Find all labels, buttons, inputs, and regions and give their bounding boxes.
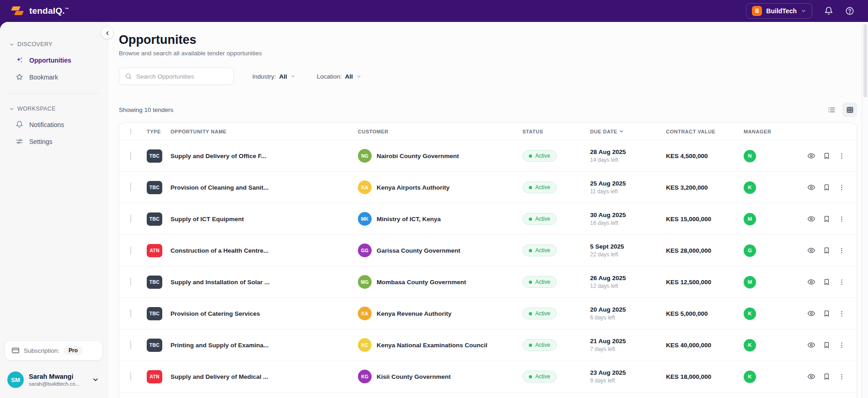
filter-location[interactable]: Location:All [317, 73, 362, 80]
days-left: 11 days left [590, 188, 666, 195]
sidebar-section-discovery[interactable]: DISCOVERY [6, 37, 101, 51]
sidebar-item-notifications[interactable]: Notifications [6, 117, 101, 133]
kebab-menu-icon[interactable] [838, 215, 846, 223]
status-badge: Active [522, 276, 557, 288]
view-eye-icon[interactable] [807, 372, 815, 381]
list-view-icon[interactable] [824, 102, 839, 117]
table-row[interactable]: ATN Construction of a Health Centre... G… [119, 235, 857, 266]
sidebar-item-label: Opportunities [29, 57, 71, 64]
bookmark-icon[interactable] [823, 341, 831, 349]
page-scrollbar[interactable] [862, 22, 868, 398]
due-date: 23 Aug 2025 [590, 369, 666, 376]
table-row[interactable]: TBC Supply and Installation of Solar ...… [119, 266, 857, 298]
days-left: 14 days left [590, 157, 666, 163]
type-badge: TBC [147, 339, 162, 352]
kebab-menu-icon[interactable] [838, 152, 846, 160]
filter-industry[interactable]: Industry:All [252, 73, 296, 80]
user-email: sarah@buildtech.co... [29, 381, 80, 387]
search-box [119, 68, 234, 85]
table-row[interactable]: TBC Supply of ICT Equipment MK Ministry … [119, 203, 857, 235]
status-dot-icon [529, 312, 532, 315]
user-name: Sarah Mwangi [29, 373, 80, 380]
chevron-down-icon [356, 74, 362, 79]
kebab-menu-icon[interactable] [838, 247, 846, 255]
due-date: 5 Sept 2025 [590, 243, 666, 250]
sidebar-collapse-button[interactable] [101, 27, 114, 39]
bookmark-icon[interactable] [823, 310, 831, 318]
kebab-menu-icon[interactable] [838, 184, 846, 191]
grid-view-icon[interactable] [842, 102, 857, 117]
subscription-card[interactable]: Subscription: Pro [5, 340, 103, 361]
org-switcher-button[interactable]: B BuildTech [746, 3, 812, 19]
bookmark-icon[interactable] [823, 215, 831, 223]
manager-avatar: N [744, 150, 756, 162]
column-header-customer: CUSTOMER [358, 129, 389, 134]
sidebar-item-label: Notifications [29, 121, 64, 128]
chevron-down-icon [290, 74, 296, 79]
table-row[interactable]: TBC Supply and Delivery of Office F... N… [119, 140, 857, 172]
status-dot-icon [529, 344, 532, 347]
manager-avatar: G [744, 244, 756, 257]
type-badge: ATN [147, 244, 162, 257]
manager-avatar: M [744, 213, 756, 225]
sidebar-item-opportunities[interactable]: Opportunities [6, 52, 101, 68]
bookmark-icon[interactable] [823, 152, 831, 160]
status-dot-icon [529, 375, 532, 378]
opportunity-name: Supply and Delivery of Medical ... [170, 373, 268, 380]
row-checkbox[interactable] [130, 151, 131, 160]
search-input[interactable] [136, 73, 228, 80]
help-icon[interactable] [845, 6, 854, 16]
contract-value: KES 3,200,000 [666, 184, 708, 191]
sidebar-item-label: Bookmark [29, 74, 58, 81]
bookmark-icon[interactable] [823, 184, 831, 191]
status-badge: Active [522, 181, 557, 193]
kebab-menu-icon[interactable] [838, 310, 846, 318]
view-eye-icon[interactable] [807, 309, 815, 318]
days-left: 9 days left [590, 377, 666, 384]
row-checkbox[interactable] [130, 372, 131, 381]
table-row[interactable]: ATN Supply and Delivery of Medical ... K… [119, 361, 857, 393]
logo-text: tendaIQ.™ [29, 6, 69, 16]
due-date: 30 Aug 2025 [590, 212, 666, 218]
status-badge: Active [522, 244, 557, 256]
type-badge: TBC [147, 181, 162, 194]
view-eye-icon[interactable] [807, 183, 815, 191]
kebab-menu-icon[interactable] [838, 341, 846, 349]
row-checkbox[interactable] [130, 277, 131, 286]
sidebar-section-workspace[interactable]: WORKSPACE [6, 102, 101, 116]
view-eye-icon[interactable] [807, 246, 815, 255]
plan-badge: Pro [64, 346, 83, 355]
select-all-checkbox[interactable] [130, 128, 131, 135]
contract-value: KES 5,000,000 [666, 310, 708, 317]
sidebar-item-bookmark[interactable]: Bookmark [6, 69, 101, 85]
contract-value: KES 4,500,000 [666, 153, 708, 159]
status-badge: Active [522, 308, 557, 319]
due-date: 28 Aug 2025 [590, 149, 666, 155]
row-checkbox[interactable] [130, 214, 131, 223]
view-eye-icon[interactable] [807, 215, 815, 223]
view-eye-icon[interactable] [807, 278, 815, 286]
kebab-menu-icon[interactable] [838, 373, 846, 381]
column-header-due-date[interactable]: DUE DATE [590, 129, 624, 134]
chevron-down-icon [9, 42, 14, 47]
row-checkbox[interactable] [130, 340, 131, 349]
row-checkbox[interactable] [130, 246, 131, 255]
table-row[interactable]: TBC Printing and Supply of Examina... KC… [119, 329, 857, 361]
view-eye-icon[interactable] [807, 341, 815, 349]
bookmark-icon[interactable] [823, 373, 831, 381]
page-title: Opportunites [119, 33, 857, 47]
row-checkbox[interactable] [130, 183, 131, 191]
sidebar-item-settings[interactable]: Settings [6, 133, 101, 149]
scrollbar-thumb[interactable] [863, 24, 867, 97]
customer-avatar: MK [358, 212, 372, 226]
notifications-bell-icon[interactable] [824, 6, 833, 16]
sparkles-icon [16, 56, 23, 64]
bookmark-icon[interactable] [823, 247, 831, 255]
view-eye-icon[interactable] [807, 152, 815, 160]
bookmark-icon[interactable] [823, 278, 831, 286]
table-row[interactable]: TBC Provision of Cleaning and Sanit... K… [119, 172, 857, 203]
user-menu[interactable]: SM Sarah Mwangi sarah@buildtech.co... [0, 365, 107, 398]
kebab-menu-icon[interactable] [838, 278, 846, 286]
row-checkbox[interactable] [130, 309, 131, 318]
table-row[interactable]: TBC Provision of Catering Services KA Ke… [119, 298, 857, 329]
